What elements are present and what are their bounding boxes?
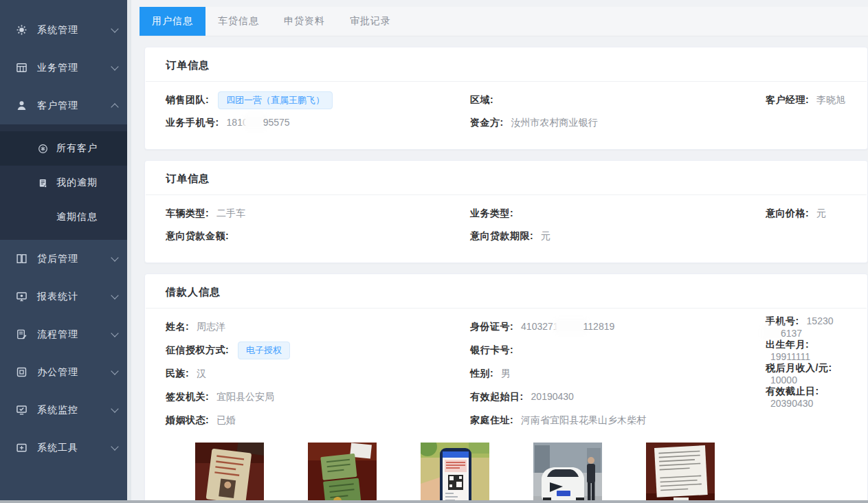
field-ethnicity: 民族: 汉 <box>166 368 470 380</box>
id-card-photo[interactable] <box>195 443 264 503</box>
sidebar: 系统管理 业务管理 客户管理 所有客户 我的逾期 逾期信 <box>0 0 127 503</box>
toolbox-icon <box>15 442 27 454</box>
order-info-card-1: 订单信息 销售团队: 四团一营（直属王鹏飞） 区域: 客户经理: 李晓旭 <box>144 47 868 150</box>
field-valid-from: 有效起始日: 20190430 <box>470 391 766 403</box>
e-auth-tag[interactable]: 电子授权 <box>238 342 290 359</box>
field-monthly-income: 税后月收入/元: 10000 <box>766 362 847 385</box>
censor-blur <box>764 328 783 338</box>
field-label: 业务手机号: <box>166 117 219 128</box>
green-booklet-photo[interactable] <box>308 443 377 503</box>
field-label: 有效截止日: <box>766 385 819 396</box>
card-title: 订单信息 <box>145 161 867 194</box>
field-label: 意向价格: <box>766 208 809 219</box>
sidebar-item-customer-management[interactable]: 客户管理 <box>0 87 127 124</box>
field-credit-auth-method: 征信授权方式: 电子授权 <box>166 342 470 359</box>
field-label: 业务类型: <box>470 208 513 219</box>
card-title: 订单信息 <box>145 47 867 81</box>
sidebar-item-system-management[interactable]: 系统管理 <box>0 11 127 49</box>
sidebar-submenu-customer: 所有客户 我的逾期 逾期信息 <box>0 124 127 240</box>
main-content: 用户信息 车贷信息 申贷资料 审批记录 订单信息 销售团队: 四团一营（直属王鹏… <box>131 0 868 503</box>
paper-document-photo[interactable] <box>646 443 715 503</box>
field-label: 客户经理: <box>766 94 809 105</box>
sidebar-item-process-management[interactable]: 流程管理 <box>0 315 127 353</box>
window-bottom-edge <box>0 500 868 503</box>
field-issuing-authority: 签发机关: 宜阳县公安局 <box>166 391 470 403</box>
photo-item: 授权照片 <box>421 443 489 503</box>
sales-team-tag[interactable]: 四团一营（直属王鹏飞） <box>218 91 333 109</box>
field-label: 税后月收入/元: <box>766 362 832 373</box>
sidebar-item-label: 客户管理 <box>37 100 112 112</box>
sidebar-item-office-management[interactable]: 办公管理 <box>0 353 127 391</box>
sidebar-item-label: 流程管理 <box>37 328 112 341</box>
person-car-photo[interactable] <box>533 443 602 503</box>
sidebar-item-label: 系统工具 <box>37 442 112 454</box>
field-valid-until: 有效截止日: 20390430 <box>766 385 847 409</box>
customers-icon <box>37 143 48 154</box>
grid-icon <box>15 62 27 74</box>
chevron-down-icon <box>111 367 118 375</box>
field-label: 手机号: <box>766 315 799 326</box>
chevron-down-icon <box>111 63 118 70</box>
field-bank-card-number: 银行卡号: <box>470 344 766 357</box>
chevron-down-icon <box>111 25 118 32</box>
field-label: 性别: <box>470 368 493 379</box>
field-value: 周志洋 <box>197 321 225 332</box>
photo-item: 其他资料 <box>646 443 715 503</box>
sidebar-item-label: 逾期信息 <box>56 211 127 223</box>
field-gender: 性别: 男 <box>470 368 766 380</box>
field-label: 征信授权方式: <box>166 344 229 355</box>
sidebar-item-business-management[interactable]: 业务管理 <box>0 49 127 87</box>
sidebar-item-my-overdue[interactable]: 我的逾期 <box>0 166 127 200</box>
field-marital-status: 婚姻状态: 已婚 <box>166 414 470 427</box>
chevron-up-icon <box>111 103 118 111</box>
field-value: 汉 <box>197 368 206 379</box>
sidebar-item-report-statistics[interactable]: 报表统计 <box>0 278 127 315</box>
tab-car-loan-info[interactable]: 车贷信息 <box>205 7 271 36</box>
field-label: 签发机关: <box>166 391 209 402</box>
censor-blur <box>246 117 265 127</box>
field-value: 20190430 <box>531 391 574 402</box>
sidebar-item-system-monitor[interactable]: 系统监控 <box>0 391 127 429</box>
field-value: 男 <box>501 368 511 379</box>
sidebar-item-all-customers[interactable]: 所有客户 <box>0 131 127 166</box>
sidebar-item-overdue-info[interactable]: 逾期信息 <box>0 200 127 234</box>
sidebar-scroll-strip <box>127 0 131 503</box>
chevron-down-icon <box>111 254 118 261</box>
card-title: 借款人信息 <box>145 274 867 308</box>
field-account-manager: 客户经理: 李晓旭 <box>766 94 847 107</box>
field-birth-date: 出生年月: 19911111 <box>766 339 847 362</box>
field-label: 婚姻状态: <box>166 414 209 425</box>
field-business-type: 业务类型: <box>470 208 766 220</box>
field-home-address: 家庭住址: 河南省宜阳县花果山乡木柴村 <box>470 414 766 427</box>
field-label: 有效起始日: <box>470 391 524 402</box>
field-name: 姓名: 周志洋 <box>166 321 470 333</box>
chevron-down-icon <box>111 329 118 337</box>
field-value: 河南省宜阳县花果山乡木柴村 <box>521 414 646 425</box>
field-id-number: 身份证号: 4103271112819 <box>470 321 766 333</box>
field-region: 区域: <box>470 94 766 107</box>
square-icon <box>15 366 27 379</box>
tab-loan-application-docs[interactable]: 申贷资料 <box>271 7 337 36</box>
field-vehicle-type: 车辆类型: 二手车 <box>166 208 470 220</box>
chevron-down-icon <box>111 291 118 299</box>
sidebar-item-label: 我的逾期 <box>56 177 127 189</box>
sidebar-item-label: 报表统计 <box>37 291 112 303</box>
field-label: 意向贷款金额: <box>166 230 229 241</box>
clipboard-icon <box>15 328 27 341</box>
field-funding-party: 资金方: 汝州市农村商业银行 <box>470 117 766 129</box>
sidebar-item-system-tools[interactable]: 系统工具 <box>0 429 127 467</box>
field-intended-loan-term: 意向贷款期限: 元 <box>470 230 766 243</box>
field-label: 家庭住址: <box>470 414 513 425</box>
photo-item: 本人照 <box>195 443 264 503</box>
field-mobile-number: 手机号: 152306137 <box>766 315 847 339</box>
user-icon <box>15 100 27 112</box>
sidebar-item-post-loan-management[interactable]: 贷后管理 <box>0 240 127 278</box>
field-value: 二手车 <box>216 208 245 219</box>
field-value: 19911111 <box>770 351 810 362</box>
field-label: 银行卡号: <box>470 344 513 355</box>
field-label: 身份证号: <box>470 321 513 332</box>
tab-user-info[interactable]: 用户信息 <box>140 7 205 36</box>
field-label: 民族: <box>166 368 189 379</box>
tab-approval-records[interactable]: 审批记录 <box>337 7 403 36</box>
phone-auth-photo[interactable] <box>421 443 489 503</box>
